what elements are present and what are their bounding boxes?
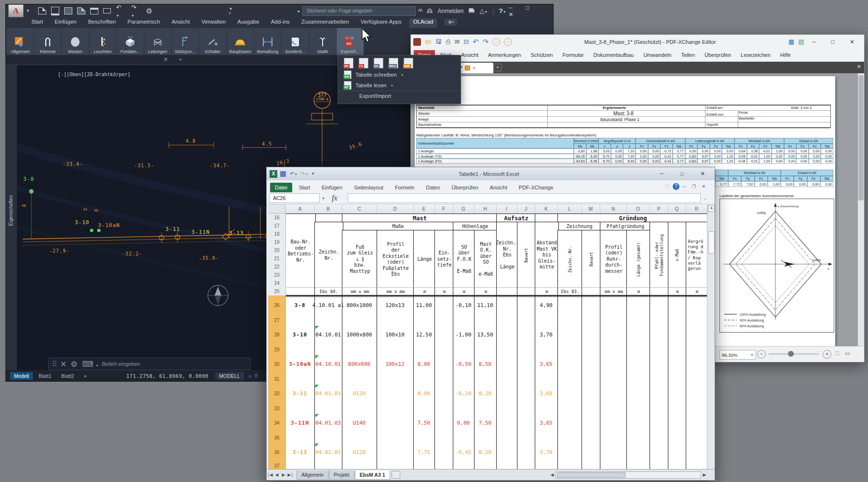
pdf-mail-icon[interactable]: ✉: [454, 38, 460, 45]
header-o[interactable]: Länge (gesamt): [626, 230, 651, 289]
row-header-24[interactable]: 24: [268, 279, 286, 288]
acad-ribbon-sonderdarstellung[interactable]: Sonderd...: [282, 28, 309, 55]
header-h[interactable]: Mast O.K. über SO e-Maß: [474, 230, 498, 289]
column-header-K[interactable]: K: [535, 204, 558, 214]
column-header-R[interactable]: R: [686, 204, 708, 214]
row-header-37[interactable]: 37: [268, 462, 286, 469]
pdf-doc-tab-close-icon[interactable]: ×: [473, 65, 475, 71]
formula-input[interactable]: [348, 193, 701, 203]
column-header-D[interactable]: D: [377, 204, 414, 214]
hscroll-thumb[interactable]: [557, 472, 625, 478]
cell-A28[interactable]: 3-10: [285, 325, 314, 345]
model-space-badge[interactable]: MODELL: [215, 372, 244, 380]
excel-vscrollbar[interactable]: ▲: [707, 204, 715, 469]
tab-blatt2[interactable]: Blatt2: [57, 372, 78, 380]
pdf-tab-umwandeln[interactable]: Umwandeln: [639, 50, 676, 60]
camera-icon[interactable]: ▣▾: [445, 19, 457, 26]
cell-K28[interactable]: 3,70: [535, 325, 557, 345]
namebox-caret-icon[interactable]: ▼: [322, 197, 325, 200]
pdf-tab-formular[interactable]: Formular: [558, 50, 588, 60]
row-header-26[interactable]: 26: [268, 295, 286, 316]
column-header-B[interactable]: B: [314, 204, 342, 214]
row-header-35[interactable]: 35: [268, 433, 286, 443]
cell-E36[interactable]: 7,75: [413, 442, 434, 462]
save-as-icon[interactable]: [77, 7, 85, 14]
cell-A32[interactable]: 3-11: [285, 384, 314, 403]
zoom-in-icon[interactable]: +: [823, 350, 831, 359]
row-header-34[interactable]: 34: [268, 413, 286, 433]
redo-icon[interactable]: ↷ ▼: [131, 4, 141, 18]
row-header-25[interactable]: 25: [268, 287, 286, 296]
tab-blatt1[interactable]: Blatt1: [35, 372, 55, 380]
zoom-out-icon[interactable]: −: [757, 350, 766, 359]
pdf-open-icon[interactable]: 🗁︎: [425, 38, 432, 45]
excel-tab-pdf-xchange[interactable]: PDF-XChange: [514, 183, 558, 192]
cell-G32[interactable]: -0,20: [453, 384, 474, 403]
acad-menu-parametrisch[interactable]: Parametrisch: [127, 19, 160, 27]
header-m[interactable]: Bauart: [582, 230, 601, 289]
cell-E30[interactable]: 8,00: [413, 354, 434, 374]
acad-ribbon-stuetzpunkt[interactable]: Stützpun...: [172, 28, 199, 55]
zoom-slider-track[interactable]: [769, 353, 819, 355]
cell-D28[interactable]: 100x10: [377, 325, 413, 345]
next-sheet-icon[interactable]: ▶: [280, 472, 287, 477]
grid-icon[interactable]: ⌗: [249, 373, 252, 379]
print-icon[interactable]: [103, 8, 111, 13]
fit-page-icon[interactable]: ⛶: [835, 350, 839, 357]
help-icon[interactable]: ❓︎▼: [499, 7, 506, 15]
menu-item-tabelle-lesen[interactable]: MTTabelle lesen▼: [338, 80, 461, 91]
acad-ribbon-bemassung[interactable]: Bemaßung: [254, 28, 281, 55]
header-k[interactable]: Abstand Mast VK bis Gleis- mitte: [535, 222, 559, 289]
cell-A36[interactable]: 3-13: [285, 442, 314, 462]
acad-ribbon-bauphasen[interactable]: Bauphasen: [227, 28, 254, 55]
name-box[interactable]: AC26: [270, 193, 320, 203]
header-j[interactable]: Bauart: [517, 222, 536, 289]
scroll-up-icon[interactable]: ▲: [708, 205, 715, 212]
command-input[interactable]: Befehl eingeben: [102, 361, 140, 367]
cell-H28[interactable]: 13,50: [474, 325, 496, 345]
acad-menu-ansicht[interactable]: Ansicht: [172, 19, 190, 27]
column-header-F[interactable]: F: [434, 204, 453, 214]
pdf-scroll-thumb[interactable]: [858, 75, 864, 201]
row-header-19[interactable]: 19: [268, 238, 286, 247]
acad-ribbon-masten[interactable]: Masten: [62, 28, 89, 55]
pdf-scrollbar[interactable]: [858, 73, 864, 346]
header-p[interactable]: Pfahl- oder Fundamentstellung: [650, 222, 669, 289]
autocad-logo[interactable]: A: [8, 4, 24, 17]
cell-K32[interactable]: 3,60: [535, 384, 557, 403]
pdf-tab-schützen[interactable]: Schützen: [527, 50, 557, 60]
tab-modell[interactable]: Modell: [10, 372, 33, 380]
acad-menu-verwalten[interactable]: Verwalten: [202, 19, 226, 27]
excel-tab-einfügen[interactable]: Einfügen: [317, 183, 347, 192]
prev-sheet-icon[interactable]: ◀: [273, 472, 280, 477]
excel-tab-start[interactable]: Start: [294, 183, 315, 192]
cell-H34[interactable]: 7,50: [474, 413, 496, 433]
new-file-icon[interactable]: [38, 7, 46, 14]
cell-G30[interactable]: -0,50: [453, 354, 474, 374]
first-sheet-icon[interactable]: ∣◀: [267, 472, 273, 477]
row-header-30[interactable]: 30: [268, 354, 286, 375]
column-header-J[interactable]: J: [517, 204, 535, 214]
search-input[interactable]: Stichwort oder Frage eingeben: [302, 6, 415, 16]
cell-C30[interactable]: 800x600: [342, 354, 377, 374]
pdf-scan-icon[interactable]: ⊟: [463, 38, 469, 45]
acad-ribbon-leitungen[interactable]: Leitungen: [144, 28, 171, 55]
excel-window-buttons[interactable]: ─ □ ✕: [660, 171, 713, 177]
excel-help-icon[interactable]: ?: [673, 183, 679, 190]
column-header-N[interactable]: N: [600, 204, 627, 214]
acad-menu-ausgabe[interactable]: Ausgabe: [237, 19, 259, 27]
row-header-18[interactable]: 18: [268, 230, 286, 239]
page-view-icon[interactable]: ▭: [845, 350, 850, 357]
insert-sheet-icon[interactable]: [392, 471, 400, 479]
last-sheet-icon[interactable]: ▶∣: [287, 472, 294, 477]
autodesk-icon[interactable]: △▼: [480, 7, 488, 14]
new-drawing-tab-icon[interactable]: +: [179, 56, 182, 62]
cell-E26[interactable]: 11,00: [413, 295, 434, 315]
qat-more-icon[interactable]: ▼: [311, 172, 315, 176]
cell-H26[interactable]: 11,10: [474, 295, 496, 315]
signin-button[interactable]: Anmelden: [437, 8, 463, 14]
acad-menu-zusammenarbeiten[interactable]: Zusammenarbeiten: [301, 19, 349, 27]
cell-C26[interactable]: 800x1000: [342, 295, 377, 315]
cart-icon[interactable]: ⛟: [469, 7, 475, 14]
excel-tab-ansicht[interactable]: Ansicht: [485, 183, 512, 192]
